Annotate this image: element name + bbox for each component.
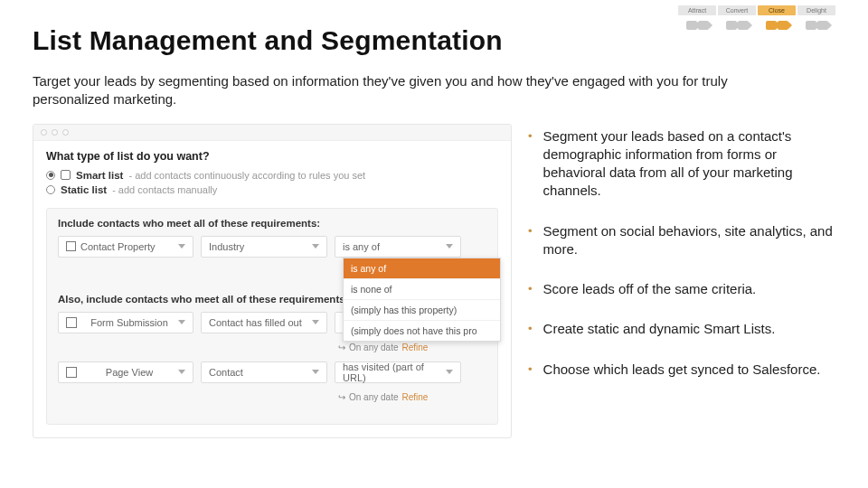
bullet-text: Segment your leads based on a contact's … — [543, 127, 835, 201]
bullet-icon: • — [528, 361, 533, 379]
chevron-down-icon — [312, 370, 319, 374]
dropdown-option[interactable]: (simply does not have this pro — [344, 320, 500, 341]
bullet-text: Segment on social behaviors, site analyt… — [543, 222, 835, 259]
chevron-down-icon — [446, 370, 453, 374]
bullet-icon: • — [528, 320, 533, 338]
chevron-down-icon — [446, 244, 453, 249]
field-select[interactable]: Industry — [201, 236, 327, 258]
type-select[interactable]: Form Submission — [58, 312, 193, 333]
who-select[interactable]: Contact — [201, 361, 327, 383]
bullet-icon: • — [528, 127, 533, 201]
radio-smart-list[interactable]: Smart list - add contacts continuously a… — [46, 170, 498, 181]
type-select[interactable]: Page View — [58, 361, 193, 383]
stage-convert: Convert — [718, 5, 756, 33]
window-chrome — [33, 125, 511, 141]
chevron-down-icon — [312, 244, 319, 249]
form-icon — [66, 316, 80, 328]
chevron-down-icon — [178, 370, 185, 374]
refine-line: ↪ On any date Refine — [58, 392, 486, 402]
criteria-panel: Include contacts who meet all of these r… — [46, 208, 498, 425]
page-subtitle: Target your leads by segmenting based on… — [33, 72, 738, 109]
radio-desc: - add contacts continuously according to… — [128, 170, 365, 181]
dropdown-option[interactable]: (simply has this property) — [344, 299, 500, 320]
flag-icon: Contact Property — [66, 241, 156, 252]
what-select[interactable]: has visited (part of URL) — [335, 361, 461, 383]
bullet-icon: • — [528, 280, 533, 298]
bullet-icon: • — [528, 222, 533, 259]
refine-link[interactable]: Refine — [401, 392, 428, 402]
radio-desc: - add contacts manually — [112, 184, 217, 195]
refine-line: ↪ On any date Refine — [58, 343, 486, 352]
chevron-down-icon — [312, 320, 319, 324]
list-type-question: What type of list do you want? — [46, 150, 498, 163]
condition-dropdown: is any of is none of (simply has this pr… — [343, 258, 501, 342]
radio-label: Static list — [61, 184, 107, 195]
stage-delight: Delight — [797, 5, 835, 33]
screenshot-panel: What type of list do you want? Smart lis… — [33, 124, 512, 438]
bullet-text: Choose which leads get synced to Salesfo… — [543, 361, 821, 379]
radio-icon — [46, 185, 55, 194]
refresh-icon — [61, 170, 71, 180]
traffic-light-icon — [41, 129, 47, 136]
bullet-text: Score leads off of the same criteria. — [543, 280, 757, 298]
dropdown-option[interactable]: is none of — [344, 278, 500, 299]
radio-icon — [46, 171, 55, 180]
radio-label: Smart list — [76, 170, 123, 181]
property-select[interactable]: Contact Property — [58, 236, 193, 258]
radio-static-list[interactable]: Static list - add contacts manually — [46, 184, 498, 195]
page-icon — [66, 366, 80, 378]
bullet-list: •Segment your leads based on a contact's… — [528, 124, 835, 400]
traffic-light-icon — [52, 129, 58, 136]
who-select[interactable]: Contact has filled out — [201, 312, 327, 333]
chevron-down-icon — [178, 244, 185, 249]
include-label: Include contacts who meet all of these r… — [58, 218, 486, 229]
stage-attract: Attract — [678, 5, 716, 33]
bullet-text: Create static and dynamic Smart Lists. — [543, 320, 776, 338]
stage-close: Close — [758, 5, 796, 33]
process-diagram: Attract Convert Close Delight — [678, 5, 835, 33]
dropdown-option[interactable]: is any of — [344, 258, 500, 278]
refine-link[interactable]: Refine — [401, 343, 428, 352]
traffic-light-icon — [62, 129, 69, 136]
chevron-down-icon — [178, 320, 185, 324]
condition-select[interactable]: is any of — [335, 236, 461, 258]
